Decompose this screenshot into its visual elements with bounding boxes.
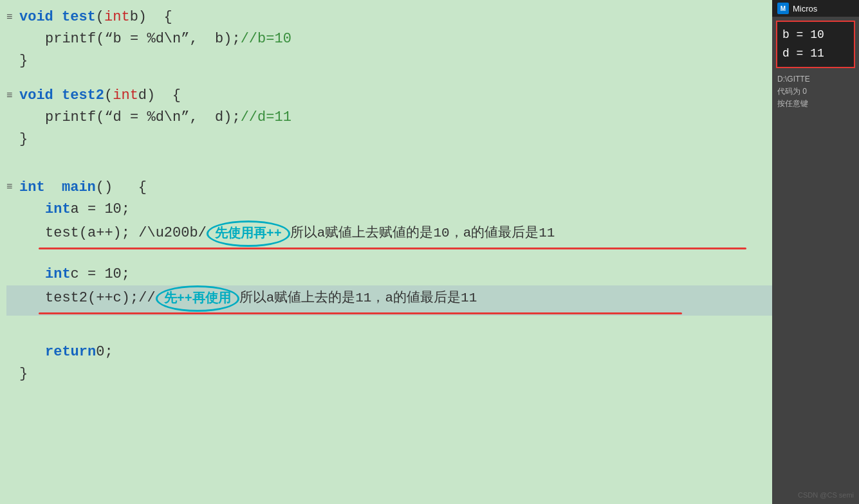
collapse-icon-3[interactable]: ≡ [6, 179, 13, 195]
red-underline-1 [39, 248, 746, 249]
annotation-ellipse-2: 先++再使用 [156, 285, 239, 312]
code-line-main: ≡ int main() { [6, 177, 772, 199]
code-line-test-a: test(a++); /\u200b/ 先使用再++ 所以a赋値上去赋値的是10… [6, 221, 772, 251]
code-line-6: } [6, 129, 772, 150]
keyword-return: return [45, 341, 96, 363]
keyword-int-main: int [19, 177, 45, 199]
code-line-test2-c: test2(++c);// 先++再使用 所以a赋値上去的是11，a的値最后是1… [6, 285, 772, 316]
collapse-icon-1[interactable]: ≡ [6, 10, 13, 26]
code-line-int-a: int a = 10; [6, 199, 772, 221]
code-line-2: printf(“b = %d\n”, b);//b=10 [6, 28, 772, 50]
right-panel: M Micros b = 10 d = 11 D:\GITTE 代码为 0 按任… [772, 0, 859, 504]
annotation-text-1: 所以a赋値上去赋値的是10，a的値最后是11 [290, 223, 555, 244]
code-test-a-pre: test(a++); /\u200b/ [45, 222, 207, 244]
debug-info: D:\GITTE 代码为 0 按任意键 [772, 68, 859, 116]
microsoft-icon: M [777, 3, 789, 14]
keyword-void-1: void [19, 6, 53, 28]
collapse-icon-2[interactable]: ≡ [6, 88, 13, 104]
watermark: CSDN @CS semi [798, 491, 854, 499]
top-bar-label: Micros [793, 4, 817, 14]
keyword-void-2: void [19, 85, 53, 107]
annotation-text-2: 所以a赋値上去的是11，a的値最后是11 [239, 288, 477, 309]
debug-info-line-1: D:\GITTE [777, 73, 854, 86]
keyword-int-a: int [45, 199, 71, 221]
fn-test: test [62, 6, 96, 28]
debug-info-line-3: 按任意键 [777, 98, 854, 110]
red-underline-2 [39, 312, 682, 314]
code-printf-1: printf(“b = %d\n”, b);//b=10 [45, 28, 291, 50]
debug-var-d: d = 11 [782, 44, 849, 63]
code-printf-2: printf(“d = %d\n”, d);//d=11 [45, 107, 291, 129]
annotation-ellipse-1: 先使用再++ [207, 221, 290, 247]
brace-close-1: } [19, 50, 28, 72]
fn-test2: test2 [62, 85, 104, 107]
keyword-int-c: int [45, 264, 71, 285]
code-test2-c-pre: test2(++c);// [45, 287, 156, 309]
brace-close-main: } [19, 363, 28, 385]
code-line-3: } [6, 50, 772, 72]
code-content: ≡ void test(int b) { printf(“b = %d\n”, … [0, 6, 772, 385]
debug-var-b: b = 10 [782, 26, 849, 44]
code-line-int-c: int c = 10; [6, 264, 772, 285]
fn-main: main [62, 177, 96, 199]
brace-close-2: } [19, 129, 28, 150]
top-bar: M Micros [772, 0, 859, 17]
debug-info-line-2: 代码为 0 [777, 86, 854, 98]
code-line-4: ≡ void test2(int d) { [6, 85, 772, 107]
code-line-1: ≡ void test(int b) { [6, 6, 772, 28]
code-line-end-brace: } [6, 363, 772, 385]
code-line-return: return 0; [6, 341, 772, 363]
debug-variable-box: b = 10 d = 11 [776, 21, 855, 68]
code-line-5: printf(“d = %d\n”, d);//d=11 [6, 107, 772, 129]
code-editor: ≡ void test(int b) { printf(“b = %d\n”, … [0, 0, 772, 504]
